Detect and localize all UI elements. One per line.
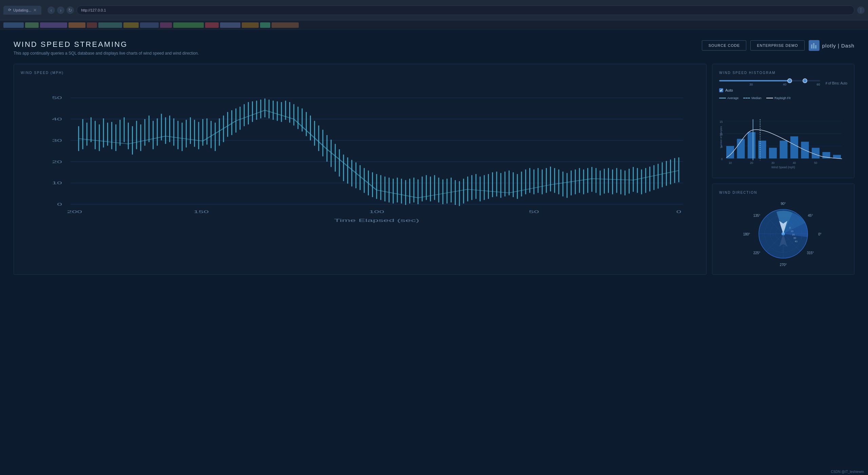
svg-text:0: 0	[721, 157, 723, 161]
app-title: WIND SPEED STREAMING	[14, 40, 199, 49]
bookmark-14[interactable]	[260, 22, 270, 28]
bookmark-15[interactable]	[272, 22, 299, 28]
slider-thumb-right[interactable]	[803, 78, 807, 83]
svg-text:Time Elapsed (sec): Time Elapsed (sec)	[334, 218, 419, 223]
compass-label-n: 90°	[781, 202, 786, 206]
slider-40-label: 40	[783, 83, 786, 86]
reload-btn[interactable]: ↻	[66, 6, 74, 14]
bookmark-7[interactable]	[123, 22, 139, 28]
compass-label-s: 270°	[780, 263, 787, 267]
svg-rect-0	[811, 44, 812, 49]
bookmark-13[interactable]	[242, 22, 259, 28]
svg-text:10: 10	[52, 181, 62, 185]
svg-text:40: 40	[793, 161, 796, 165]
forward-btn[interactable]: ›	[57, 6, 64, 14]
wind-speed-chart-area[interactable]: 0 10 20 30 40 50 200 150 100 50 0 Time E…	[21, 80, 699, 236]
wind-speed-svg: 0 10 20 30 40 50 200 150 100 50 0 Time E…	[21, 80, 699, 236]
bookmark-9[interactable]	[160, 22, 172, 28]
compass-container[interactable]: 90° 45° 0° 315° 270° 225° 180° 135°	[719, 200, 847, 268]
browser-chrome: ⟳ Updating... ✕ ‹ › ↻ ⋮	[0, 0, 868, 20]
histogram-svg: 0 5 10 15	[719, 103, 847, 171]
slider-row: 30 40 60 # of Bins: Auto	[719, 80, 847, 86]
svg-text:20: 20	[52, 159, 62, 164]
bookmark-12[interactable]	[220, 22, 240, 28]
status-label: CSDN @IT_leshiewm	[831, 470, 864, 474]
svg-rect-180	[780, 141, 788, 159]
legend-average: Average	[719, 96, 738, 100]
bookmark-4[interactable]	[68, 22, 85, 28]
slider-labels: 30 40 60	[719, 83, 820, 86]
svg-text:200: 200	[67, 209, 82, 214]
header-right: SOURCE CODE ENTERPRISE DEMO plotly | Das…	[702, 40, 854, 51]
svg-text:30: 30	[793, 237, 796, 239]
svg-rect-178	[758, 141, 766, 159]
tab-title: Updating...	[13, 8, 31, 12]
bins-label: # of Bins: Auto	[826, 81, 848, 85]
app-container: WIND SPEED STREAMING This app continuall…	[0, 30, 868, 285]
svg-rect-1	[813, 43, 814, 49]
tab-close-btn[interactable]: ✕	[33, 8, 37, 13]
slider-thumb-left[interactable]	[787, 78, 792, 83]
legend-average-label: Average	[727, 96, 738, 100]
bookmark-6[interactable]	[98, 22, 122, 28]
svg-text:0: 0	[676, 209, 681, 214]
auto-label: Auto	[725, 88, 733, 92]
svg-text:10: 10	[729, 161, 732, 165]
status-bar: CSDN @IT_leshiewm	[827, 469, 868, 475]
histogram-panel: WIND SPEED HISTOGRAM 30 40 60	[712, 64, 854, 178]
slider-fill	[719, 80, 790, 81]
bookmark-5[interactable]	[87, 22, 97, 28]
wind-direction-title: WIND DIRECTION	[719, 191, 847, 194]
svg-text:100: 100	[369, 209, 384, 214]
slider-container: 30 40 60	[719, 80, 820, 86]
back-btn[interactable]: ‹	[47, 6, 55, 14]
legend-rayleigh-label: Rayleigh Fit	[774, 96, 791, 100]
svg-text:20: 20	[750, 161, 753, 165]
compass-label-e: 0°	[818, 232, 822, 236]
bookmark-1[interactable]	[3, 22, 24, 28]
bookmark-2[interactable]	[25, 22, 39, 28]
compass-label-ne: 45°	[808, 214, 813, 217]
auto-checkbox[interactable]	[719, 88, 723, 92]
svg-text:30: 30	[771, 161, 775, 165]
plotly-label: plotly | Dash	[822, 43, 854, 49]
browser-tab[interactable]: ⟳ Updating... ✕	[3, 6, 41, 15]
browser-nav: ‹ › ↻	[47, 6, 74, 14]
compass-label-se: 315°	[807, 251, 814, 255]
svg-text:40: 40	[52, 117, 62, 121]
bookmark-3[interactable]	[40, 22, 67, 28]
slider-track[interactable]	[719, 80, 820, 81]
slider-max-label: 60	[816, 83, 820, 86]
svg-rect-177	[748, 132, 755, 158]
median-line-icon	[743, 98, 750, 98]
svg-text:0: 0	[57, 202, 62, 207]
legend-median: Median	[743, 96, 762, 100]
svg-text:50: 50	[529, 209, 539, 214]
auto-row: Auto	[719, 88, 847, 92]
bookmark-11[interactable]	[205, 22, 219, 28]
compass-label-w: 180°	[743, 232, 750, 236]
bookmark-10[interactable]	[173, 22, 204, 28]
svg-text:20: 20	[792, 233, 795, 236]
svg-text:50: 50	[814, 161, 817, 165]
compass-svg: 90° 45° 0° 315° 270° 225° 180° 135°	[743, 200, 824, 268]
address-bar[interactable]	[77, 5, 854, 15]
svg-rect-2	[815, 45, 816, 49]
bookmark-8[interactable]	[140, 22, 159, 28]
enterprise-demo-button[interactable]: ENTERPRISE DEMO	[750, 40, 804, 51]
svg-text:150: 150	[194, 209, 209, 214]
compass-label-nw: 135°	[753, 214, 761, 217]
svg-rect-176	[737, 139, 745, 158]
extensions-btn[interactable]: ⋮	[857, 6, 865, 14]
plotly-icon	[809, 40, 820, 51]
checkmark-icon	[720, 89, 723, 92]
source-code-button[interactable]: SOURCE CODE	[702, 40, 746, 51]
app-subtitle: This app continually queries a SQL datab…	[14, 51, 199, 56]
svg-text:10: 10	[791, 230, 793, 232]
slider-30-label: 30	[749, 83, 753, 86]
app-header: WIND SPEED STREAMING This app continuall…	[14, 40, 854, 56]
bookmarks-bar	[0, 20, 868, 30]
svg-rect-179	[769, 148, 777, 159]
charts-container: WIND SPEED (MPH) 0 10 20 30 40 50	[14, 64, 854, 275]
histogram-chart-area[interactable]: 0 5 10 15	[719, 103, 847, 171]
